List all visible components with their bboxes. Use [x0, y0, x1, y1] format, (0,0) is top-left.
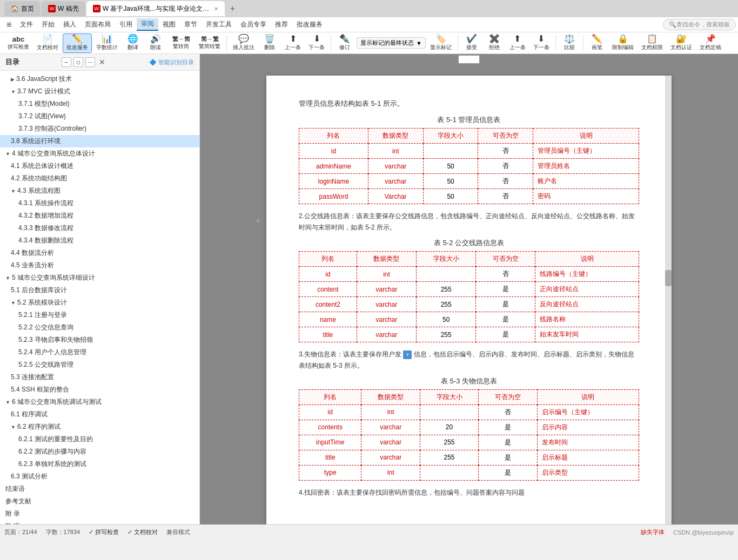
- toc-item-5-2-3[interactable]: 5.2.3 寻物启事和失物招领: [0, 334, 199, 346]
- menu-review[interactable]: 审阅: [137, 18, 158, 31]
- toc-item-4-3-4[interactable]: 4.3.4 数据删除流程: [0, 234, 199, 247]
- toc-item-controller[interactable]: 3.7.3 控制器(Controller): [0, 123, 199, 135]
- wordcount-btn[interactable]: 📊 字数统计: [93, 33, 121, 53]
- status-spell[interactable]: ✓ 拼写检查: [89, 528, 119, 536]
- toc-dots-btn[interactable]: ⋯: [85, 57, 95, 67]
- menu-view[interactable]: 视图: [158, 19, 180, 30]
- table-row: title varchar 255 是 启示标题: [299, 450, 639, 465]
- status-missing-font[interactable]: 缺失字体: [641, 528, 665, 536]
- spell-btn[interactable]: abc 拼写检查: [4, 33, 32, 53]
- doc-scrollbar[interactable]: [665, 76, 672, 524]
- toc-item-sysenv[interactable]: 3.8 系统运行环境: [0, 135, 199, 147]
- docauth-btn[interactable]: 🔐 文档认证: [667, 33, 695, 53]
- toc-item-ch4[interactable]: ▼4 城市公交查询系统总体设计: [0, 147, 199, 160]
- toc-item-ref[interactable]: 参考文献: [0, 495, 199, 508]
- doccheck-btn[interactable]: 📄 文档校对: [33, 33, 62, 53]
- toc-item-6-2-2[interactable]: 6.2.2 测试的步骤与内容: [0, 446, 199, 458]
- toc-item-view[interactable]: 3.7.2 试图(View): [0, 110, 199, 123]
- toc-item-6-2-3[interactable]: 6.2.3 单独对系统的测试: [0, 458, 199, 470]
- scrollbar-thumb[interactable]: [665, 270, 672, 286]
- reject-label: 拒绝: [489, 44, 500, 51]
- reject-btn[interactable]: ✖️ 拒绝: [484, 33, 505, 53]
- nexttrack-icon: ⬇: [538, 35, 545, 43]
- toc-item-4-5[interactable]: 4.5 业务流分析: [0, 259, 199, 272]
- toc-item-5-2-4[interactable]: 5.2.4 用户个人信息管理: [0, 346, 199, 359]
- menu-hamburger[interactable]: ≡: [2, 19, 16, 31]
- toc-item-6-2-1[interactable]: 6.2.1 测试的重要性及目的: [0, 433, 199, 446]
- restrict-btn[interactable]: 🔒 限制编辑: [609, 33, 637, 53]
- toc-item-4-2[interactable]: 4.2 系统功能结构图: [0, 172, 199, 185]
- toc-item-5-3[interactable]: 5.3 连接池配置: [0, 371, 199, 383]
- correction-btn[interactable]: ✏️ 批改服务: [63, 33, 92, 53]
- search-bar[interactable]: 🔍查找命令，搜索模板: [663, 19, 736, 30]
- menu-devtools[interactable]: 开发工具: [202, 19, 236, 30]
- accept-btn[interactable]: ✔️ 接受: [461, 33, 482, 53]
- doc-page[interactable]: + 管理员信息表结构如表 5-1 所示。 表 5-1 管理员信息表 列名 数据类…: [266, 76, 672, 524]
- toc-item-5-4[interactable]: 5.4 SSH 框架的整合: [0, 383, 199, 396]
- toc-item-4-3-3[interactable]: 4.3.3 数据修改流程: [0, 222, 199, 234]
- translate-btn[interactable]: 🌐 翻译: [122, 33, 144, 53]
- menu-file[interactable]: 文件: [16, 19, 37, 30]
- toc-item-5-1[interactable]: 5.1 后台数据库设计: [0, 284, 199, 296]
- menu-chapter[interactable]: 章节: [180, 19, 202, 30]
- smart-toc-btn[interactable]: 🔷 智能识别目录: [149, 58, 194, 66]
- modify-btn[interactable]: ✒️ 修订: [334, 33, 355, 53]
- menu-member[interactable]: 会员专享: [236, 19, 271, 30]
- menu-layout[interactable]: 页面布局: [80, 19, 115, 30]
- toc-item-5-2[interactable]: ▼5.2 系统模块设计: [0, 296, 199, 309]
- docperm-btn[interactable]: 📋 文档权限: [638, 33, 666, 53]
- toc-item-js[interactable]: ▶3.6 JavaScript 技术: [0, 73, 199, 85]
- toc-item-4-1[interactable]: 4.1 系统总体设计概述: [0, 160, 199, 172]
- toc-item-5-2-5[interactable]: 5.2.5 公交线路管理: [0, 359, 199, 371]
- menu-insert[interactable]: 插入: [59, 19, 80, 30]
- table2-header-3: 可否为空: [476, 252, 535, 267]
- read-btn[interactable]: 🔊 朗读: [145, 33, 166, 53]
- menu-start[interactable]: 开始: [37, 19, 59, 30]
- toc-item-ch5[interactable]: ▼5 城市公交查询系统详细设计: [0, 272, 199, 284]
- showmark-btn[interactable]: 🏷️ 显示标记: [427, 33, 455, 53]
- nexttrack-btn[interactable]: ⬇ 下一条: [530, 33, 553, 53]
- menu-cite[interactable]: 引用: [115, 19, 137, 30]
- toc-expand-btn[interactable]: □: [73, 57, 83, 67]
- docfixed-btn[interactable]: 📌 文档定稿: [696, 33, 724, 53]
- tab-home[interactable]: 🏠 首页: [4, 1, 41, 16]
- toc-item-model[interactable]: 3.7.1 模型(Model): [0, 98, 199, 110]
- toc-item-end[interactable]: 结束语: [0, 483, 199, 495]
- toc-item-mvc[interactable]: ▼3.7 MVC 设计模式: [0, 85, 199, 98]
- toc-item-4-3-1[interactable]: 4.3.1 系统操作流程: [0, 197, 199, 210]
- compare-btn[interactable]: ⚖️ 比较: [559, 33, 580, 53]
- toc-tree[interactable]: ▶3.6 JavaScript 技术 ▼3.7 MVC 设计模式 3.7.1 模…: [0, 71, 199, 524]
- tab-close-doc[interactable]: ✕: [214, 6, 218, 12]
- toc-item-6-2[interactable]: ▼6.2 程序的测试: [0, 421, 199, 433]
- prev-btn[interactable]: ⬆ 上一条: [281, 33, 304, 53]
- toc-item-4-4[interactable]: 4.4 数据流分析: [0, 247, 199, 259]
- table1-header-1: 数据类型: [368, 129, 423, 144]
- trad-btn[interactable]: 繁→简 繁转简: [167, 33, 194, 53]
- menu-recommend[interactable]: 推荐: [271, 19, 292, 30]
- prevtrack-btn[interactable]: ⬆ 上一条: [506, 33, 529, 53]
- addcomment-btn[interactable]: 💬 插入批注: [230, 33, 258, 53]
- toc-item-4-3-2[interactable]: 4.3.2 数据增加流程: [0, 210, 199, 222]
- draw-btn[interactable]: ✏️ 画笔: [586, 33, 608, 53]
- menu-batchservice[interactable]: 批改服务: [292, 19, 327, 30]
- toc-item-6-1[interactable]: 6.1 程序调试: [0, 408, 199, 421]
- toc-item-6-3[interactable]: 6.3 测试分析: [0, 470, 199, 483]
- tab-doc[interactable]: W W 基于Java环境...与实现 毕业论文 ☆ ✕: [86, 1, 225, 16]
- toc-item-4-3[interactable]: ▼4.3 系统流程图: [0, 185, 199, 197]
- doc-area[interactable]: + 管理员信息表结构如表 5-1 所示。 表 5-1 管理员信息表 列名 数据类…: [200, 54, 738, 524]
- toc-item-ch6[interactable]: ▼6 城市公交查询系统调试与测试: [0, 396, 199, 408]
- status-doccheck[interactable]: ✓ 文档校对: [128, 528, 158, 536]
- toc-close-btn[interactable]: ✕: [97, 57, 107, 67]
- next-btn[interactable]: ⬇ 下一条: [305, 33, 328, 53]
- toc-item-appendix[interactable]: 附 录: [0, 508, 199, 520]
- toc-item-5-2-1[interactable]: 5.2.1 注册与登录: [0, 309, 199, 321]
- deletecomment-btn[interactable]: 🗑️ 删除: [259, 33, 280, 53]
- simp-btn[interactable]: 简→繁 繁简转繁: [196, 33, 224, 53]
- new-tab-button[interactable]: +: [226, 4, 239, 14]
- showstate-dropdown[interactable]: 显示标记的最终状态 ▼: [357, 37, 426, 49]
- tab-wps[interactable]: W W 稿壳: [42, 1, 85, 16]
- toc-collapse-btn[interactable]: −: [62, 57, 71, 67]
- toc-item-thanks[interactable]: 致 谢: [0, 520, 199, 524]
- addcomment-icon: 💬: [238, 35, 249, 43]
- toc-item-5-2-2[interactable]: 5.2.2 公交信息查询: [0, 321, 199, 334]
